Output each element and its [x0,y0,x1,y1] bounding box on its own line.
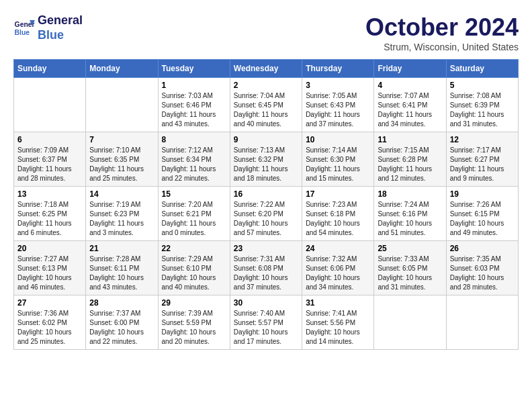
calendar-day-cell: 9Sunrise: 7:13 AM Sunset: 6:32 PM Daylig… [230,132,302,187]
calendar-day-cell: 17Sunrise: 7:23 AM Sunset: 6:18 PM Dayli… [302,187,374,241]
day-info: Sunrise: 7:20 AM Sunset: 6:21 PM Dayligh… [162,200,226,238]
calendar-day-cell: 18Sunrise: 7:24 AM Sunset: 6:16 PM Dayli… [374,187,446,241]
day-info: Sunrise: 7:12 AM Sunset: 6:34 PM Dayligh… [162,146,226,183]
calendar-day-cell: 14Sunrise: 7:19 AM Sunset: 6:23 PM Dayli… [86,187,158,241]
day-number: 23 [234,244,298,253]
calendar-day-cell: 29Sunrise: 7:39 AM Sunset: 5:59 PM Dayli… [158,295,230,350]
calendar-day-cell: 22Sunrise: 7:29 AM Sunset: 6:10 PM Dayli… [158,241,230,295]
calendar-day-cell: 24Sunrise: 7:32 AM Sunset: 6:06 PM Dayli… [302,241,374,295]
day-number: 27 [17,298,82,308]
day-number: 7 [89,135,154,144]
calendar-day-cell: 16Sunrise: 7:22 AM Sunset: 6:20 PM Dayli… [230,187,302,241]
day-of-week-header: Thursday [302,60,374,78]
calendar-day-cell: 5Sunrise: 7:08 AM Sunset: 6:39 PM Daylig… [446,78,518,132]
day-info: Sunrise: 7:08 AM Sunset: 6:39 PM Dayligh… [450,91,515,129]
day-number: 8 [162,135,226,144]
day-number: 24 [306,244,370,253]
day-info: Sunrise: 7:33 AM Sunset: 6:05 PM Dayligh… [378,255,442,292]
day-number: 5 [450,81,515,90]
day-info: Sunrise: 7:29 AM Sunset: 6:10 PM Dayligh… [162,255,226,292]
day-info: Sunrise: 7:41 AM Sunset: 5:56 PM Dayligh… [306,309,370,347]
day-info: Sunrise: 7:28 AM Sunset: 6:11 PM Dayligh… [89,255,154,292]
calendar-day-cell: 1Sunrise: 7:03 AM Sunset: 6:46 PM Daylig… [158,78,230,132]
day-number: 1 [162,81,226,90]
day-number: 12 [450,135,515,144]
calendar-day-cell [86,78,158,132]
day-info: Sunrise: 7:18 AM Sunset: 6:25 PM Dayligh… [17,200,82,238]
day-number: 14 [89,189,154,199]
calendar-day-cell: 10Sunrise: 7:14 AM Sunset: 6:30 PM Dayli… [302,132,374,187]
day-info: Sunrise: 7:04 AM Sunset: 6:45 PM Dayligh… [234,91,298,129]
day-of-week-header: Friday [374,60,446,78]
logo: General Blue General Blue [13,13,83,42]
day-of-week-header: Saturday [446,60,518,78]
calendar-day-cell: 20Sunrise: 7:27 AM Sunset: 6:13 PM Dayli… [14,241,86,295]
day-of-week-header: Wednesday [230,60,302,78]
day-number: 26 [450,244,515,253]
calendar-day-cell: 11Sunrise: 7:15 AM Sunset: 6:28 PM Dayli… [374,132,446,187]
location: Strum, Wisconsin, United States [365,42,519,52]
calendar-day-cell: 15Sunrise: 7:20 AM Sunset: 6:21 PM Dayli… [158,187,230,241]
day-number: 20 [17,244,82,253]
calendar-day-cell: 27Sunrise: 7:36 AM Sunset: 6:02 PM Dayli… [14,295,86,350]
calendar-day-cell: 12Sunrise: 7:17 AM Sunset: 6:27 PM Dayli… [446,132,518,187]
calendar-table: SundayMondayTuesdayWednesdayThursdayFrid… [13,59,519,350]
day-number: 6 [17,135,82,144]
day-info: Sunrise: 7:15 AM Sunset: 6:28 PM Dayligh… [378,146,442,183]
day-number: 16 [234,189,298,199]
calendar-day-cell: 8Sunrise: 7:12 AM Sunset: 6:34 PM Daylig… [158,132,230,187]
calendar-day-cell: 19Sunrise: 7:26 AM Sunset: 6:15 PM Dayli… [446,187,518,241]
day-number: 21 [89,244,154,253]
calendar-week-row: 20Sunrise: 7:27 AM Sunset: 6:13 PM Dayli… [14,241,519,295]
calendar-day-cell: 23Sunrise: 7:31 AM Sunset: 6:08 PM Dayli… [230,241,302,295]
day-info: Sunrise: 7:26 AM Sunset: 6:15 PM Dayligh… [450,200,515,238]
day-info: Sunrise: 7:35 AM Sunset: 6:03 PM Dayligh… [450,255,515,292]
calendar-day-cell: 26Sunrise: 7:35 AM Sunset: 6:03 PM Dayli… [446,241,518,295]
calendar-header: SundayMondayTuesdayWednesdayThursdayFrid… [14,60,519,78]
day-number: 29 [162,298,226,308]
calendar-body: 1Sunrise: 7:03 AM Sunset: 6:46 PM Daylig… [14,78,519,350]
day-info: Sunrise: 7:37 AM Sunset: 6:00 PM Dayligh… [89,309,154,347]
day-number: 2 [234,81,298,90]
logo-text-blue: Blue [38,28,83,43]
day-info: Sunrise: 7:05 AM Sunset: 6:43 PM Dayligh… [306,91,370,129]
day-number: 30 [234,298,298,308]
day-info: Sunrise: 7:39 AM Sunset: 5:59 PM Dayligh… [162,309,226,347]
day-number: 4 [378,81,442,90]
day-number: 25 [378,244,442,253]
calendar-day-cell: 30Sunrise: 7:40 AM Sunset: 5:57 PM Dayli… [230,295,302,350]
day-number: 10 [306,135,370,144]
day-info: Sunrise: 7:07 AM Sunset: 6:41 PM Dayligh… [378,91,442,129]
day-of-week-header: Monday [86,60,158,78]
calendar-day-cell: 21Sunrise: 7:28 AM Sunset: 6:11 PM Dayli… [86,241,158,295]
calendar-day-cell: 2Sunrise: 7:04 AM Sunset: 6:45 PM Daylig… [230,78,302,132]
day-number: 11 [378,135,442,144]
calendar-day-cell [14,78,86,132]
title-section: October 2024 Strum, Wisconsin, United St… [365,13,519,52]
calendar-day-cell: 25Sunrise: 7:33 AM Sunset: 6:05 PM Dayli… [374,241,446,295]
calendar-day-cell: 31Sunrise: 7:41 AM Sunset: 5:56 PM Dayli… [302,295,374,350]
calendar-day-cell: 13Sunrise: 7:18 AM Sunset: 6:25 PM Dayli… [14,187,86,241]
day-info: Sunrise: 7:09 AM Sunset: 6:37 PM Dayligh… [17,146,82,183]
calendar-day-cell: 28Sunrise: 7:37 AM Sunset: 6:00 PM Dayli… [86,295,158,350]
calendar-day-cell: 3Sunrise: 7:05 AM Sunset: 6:43 PM Daylig… [302,78,374,132]
calendar-day-cell: 6Sunrise: 7:09 AM Sunset: 6:37 PM Daylig… [14,132,86,187]
day-number: 18 [378,189,442,199]
day-number: 28 [89,298,154,308]
day-number: 22 [162,244,226,253]
day-info: Sunrise: 7:31 AM Sunset: 6:08 PM Dayligh… [234,255,298,292]
calendar-day-cell [446,295,518,350]
month-title: October 2024 [365,13,519,42]
day-number: 31 [306,298,370,308]
day-info: Sunrise: 7:19 AM Sunset: 6:23 PM Dayligh… [89,200,154,238]
day-info: Sunrise: 7:23 AM Sunset: 6:18 PM Dayligh… [306,200,370,238]
logo-icon: General Blue [13,17,35,39]
day-info: Sunrise: 7:14 AM Sunset: 6:30 PM Dayligh… [306,146,370,183]
calendar-day-cell: 7Sunrise: 7:10 AM Sunset: 6:35 PM Daylig… [86,132,158,187]
day-info: Sunrise: 7:40 AM Sunset: 5:57 PM Dayligh… [234,309,298,347]
day-number: 13 [17,189,82,199]
day-number: 9 [234,135,298,144]
calendar-day-cell [374,295,446,350]
day-info: Sunrise: 7:03 AM Sunset: 6:46 PM Dayligh… [162,91,226,129]
page-header: General Blue General Blue October 2024 S… [13,13,519,52]
